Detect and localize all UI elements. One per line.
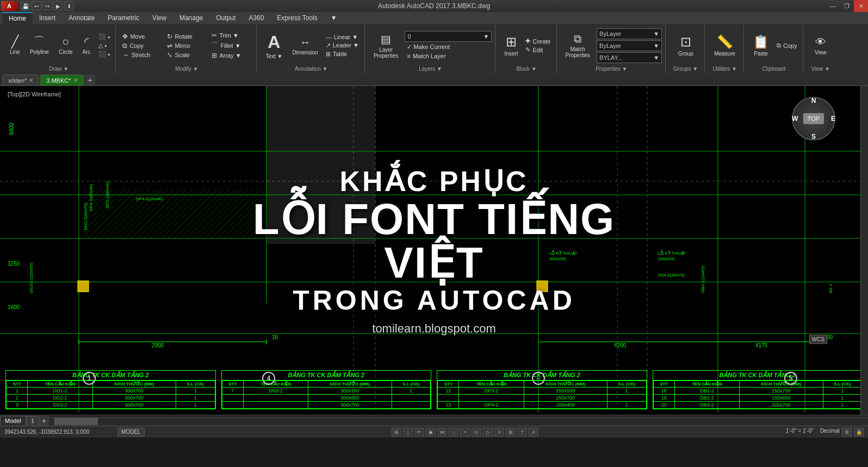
measure-button[interactable]: 📏 Measure xyxy=(710,27,740,65)
tab-output[interactable]: Output xyxy=(209,12,242,24)
mirror-button[interactable]: ⇌ Mirror xyxy=(165,41,208,50)
groups-tools: ⊡ Group xyxy=(674,26,698,65)
window-title: Autodesk AutoCAD 2017 3.MBKC.dwg xyxy=(0,2,868,10)
polyline-button[interactable]: ⌒ Polyline xyxy=(26,27,53,65)
vertical-scrollbar[interactable] xyxy=(860,86,868,415)
model-tab[interactable]: Model xyxy=(0,416,26,426)
tab-insert[interactable]: Insert xyxy=(33,12,62,24)
snap-toggle[interactable]: ∩ xyxy=(403,428,413,437)
move-button[interactable]: ✥ Move xyxy=(120,32,164,41)
qa-more[interactable]: ⬇ xyxy=(64,1,74,11)
linetype-dropdown[interactable]: ByLayer▼ xyxy=(597,40,662,51)
tab-home[interactable]: Home xyxy=(2,12,33,24)
fillet-button[interactable]: ⌒ Fillet ▼ xyxy=(209,40,253,51)
color-dropdown[interactable]: ByLayer▼ xyxy=(597,28,662,39)
table-row: 1DD1-2300x7001 xyxy=(7,388,215,395)
rotate-button[interactable]: ↻ Rotate xyxy=(165,32,208,41)
tab-parametric[interactable]: Parametric xyxy=(101,12,146,24)
tab-manage[interactable]: Manage xyxy=(173,12,209,24)
close-button[interactable]: ✕ xyxy=(854,0,868,12)
annotation-extra: — Linear ▼ ↗ Leader ▼ ⊞ Table xyxy=(324,33,361,58)
tab-view[interactable]: View xyxy=(146,12,173,24)
tab-close-1[interactable]: ✕ xyxy=(29,77,33,83)
qa-undo[interactable]: ↩ xyxy=(32,1,41,11)
view-button[interactable]: 👁 View xyxy=(810,27,831,65)
text-label: Text ▼ xyxy=(265,53,282,59)
leader-button[interactable]: ↗ Leader ▼ xyxy=(324,41,361,50)
edit-button[interactable]: ✎ Edit xyxy=(523,46,553,54)
doc-tab-2[interactable]: 3.MBKC* ✕ xyxy=(40,75,83,85)
qa-redo[interactable]: ↪ xyxy=(42,1,52,11)
grid-toggle[interactable]: ⊞ xyxy=(392,428,401,437)
layer-properties-button[interactable]: ▤ LayerProperties xyxy=(369,27,403,65)
trim-button[interactable]: ✂ Trim ▼ xyxy=(209,31,253,40)
polar-toggle[interactable]: ◉ xyxy=(426,428,436,437)
extra-btn2[interactable]: △ ▪ xyxy=(96,41,113,50)
osnap-toggle[interactable]: ⋈ xyxy=(437,428,447,437)
doc-tab-1[interactable]: xrkten* ✕ xyxy=(2,75,39,85)
array-button[interactable]: ⊞ Array ▼ xyxy=(209,51,253,60)
lw-toggle[interactable]: ≡ xyxy=(494,428,504,437)
extra-btn1[interactable]: ⬛ ▪ xyxy=(96,33,113,41)
arc-button[interactable]: ◜ Arc xyxy=(78,27,95,65)
make-current-button[interactable]: ✓ Make Current xyxy=(405,43,452,51)
settings-icon[interactable]: ⚙ xyxy=(842,428,852,437)
tp-toggle[interactable]: ⊞ xyxy=(506,428,516,437)
scale-button[interactable]: ⤡ Scale xyxy=(165,51,208,59)
qa-run[interactable]: ▶ xyxy=(53,1,63,11)
tab-more[interactable]: ▼ xyxy=(324,12,344,24)
circle-button[interactable]: ○ Circle xyxy=(54,27,77,65)
horizontal-scrollbar[interactable] xyxy=(49,417,868,425)
minimize-button[interactable]: — xyxy=(826,0,840,12)
lineweight-dropdown[interactable]: BYLAY...▼ xyxy=(597,52,662,63)
clipboard-extra: ⧉ Copy xyxy=(774,41,799,50)
layer-buttons: ✓ Make Current xyxy=(405,43,492,51)
table-4-title: BẢNG TK CK DẦM TẦNG 2 xyxy=(653,371,863,380)
modify-col3: ✂ Trim ▼ ⌒ Fillet ▼ ⊞ Array ▼ xyxy=(209,31,253,60)
add-layout-button[interactable]: + xyxy=(39,416,49,426)
measure-label: Measure xyxy=(714,51,735,57)
viewcube-top-face[interactable]: TOP xyxy=(803,113,824,124)
group-button[interactable]: ⊡ Group xyxy=(674,27,698,65)
copy-button[interactable]: ⧉ Copy xyxy=(120,41,164,50)
text-button[interactable]: A Text ▼ xyxy=(261,27,287,65)
model-indicator[interactable]: MODEL xyxy=(117,428,145,437)
create-button[interactable]: ✚ Create xyxy=(523,37,553,45)
paste-button[interactable]: 📋 Paste xyxy=(748,27,773,65)
ortho-toggle[interactable]: ⊢ xyxy=(414,428,424,437)
scroll-thumb[interactable] xyxy=(54,418,98,425)
new-tab-button[interactable]: + xyxy=(85,75,96,85)
qa-new[interactable]: 💾 xyxy=(21,1,30,11)
copy-clip-button[interactable]: ⧉ Copy xyxy=(774,41,799,50)
3dosnap-toggle[interactable]: ○ xyxy=(449,428,458,437)
stretch-button[interactable]: ↔ Stretch xyxy=(120,51,164,59)
tab-annotate[interactable]: Annotate xyxy=(62,12,101,24)
dimension-button[interactable]: ↔ Dimension xyxy=(288,27,322,65)
table-button[interactable]: ⊞ Table xyxy=(324,50,361,58)
linear-button[interactable]: — Linear ▼ xyxy=(324,33,361,41)
otrack-toggle[interactable]: + xyxy=(460,428,470,437)
dyn-toggle[interactable]: ▷ xyxy=(483,428,493,437)
ducs-toggle[interactable]: ⊙ xyxy=(472,428,481,437)
restore-button[interactable]: ❐ xyxy=(840,0,854,12)
qs-toggle[interactable]: ? xyxy=(517,428,527,437)
text-icon: A xyxy=(268,32,280,52)
lock-icon[interactable]: 🔒 xyxy=(854,428,864,437)
ribbon-group-properties: ⧉ MatchProperties ByLayer▼ ByLayer▼ BYLA… xyxy=(558,25,666,73)
layer-name-dropdown[interactable]: 0▼ xyxy=(405,31,492,42)
layout-tab-1[interactable]: 1 xyxy=(26,416,39,426)
line-button[interactable]: ╱ Line xyxy=(5,27,24,65)
tab-close-2[interactable]: ✕ xyxy=(73,77,78,83)
svg-text:4200: 4200 xyxy=(614,342,627,348)
drawing-canvas[interactable]: 2900 4200 4175 8400 3250 1600 8400 LỖ KỸ… xyxy=(0,86,868,415)
tab-a360[interactable]: A360 xyxy=(242,12,270,24)
viewcube[interactable]: N S E W TOP xyxy=(792,97,835,140)
block-group-label: Block ▼ xyxy=(516,65,536,72)
insert-button[interactable]: ⊞ Insert xyxy=(500,27,522,65)
properties-group-label: Properties ▼ xyxy=(596,65,627,72)
tab-express[interactable]: Express Tools xyxy=(270,12,324,24)
match-layer-button[interactable]: ≡ Match Layer xyxy=(405,52,448,60)
extra-btn3[interactable]: ⬛ ▪ xyxy=(96,50,113,58)
anno-toggle[interactable]: A xyxy=(529,428,538,437)
match-properties-button[interactable]: ⧉ MatchProperties xyxy=(561,27,595,65)
